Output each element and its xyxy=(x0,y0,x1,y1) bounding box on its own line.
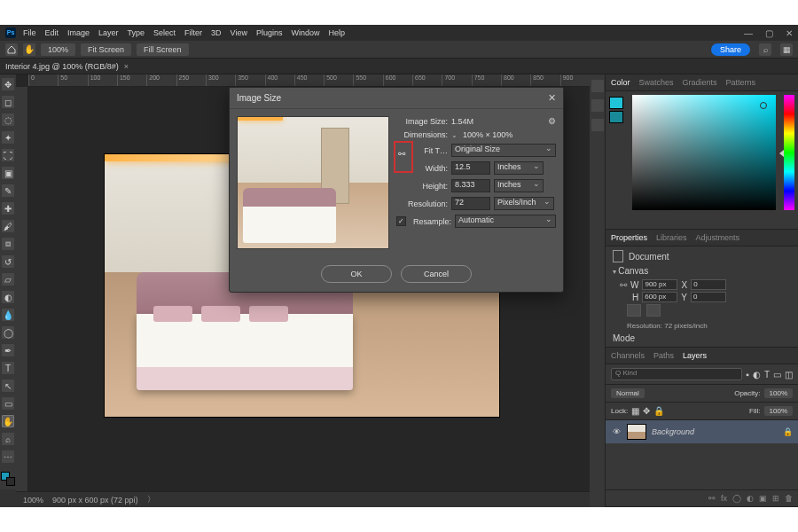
menu-type[interactable]: Type xyxy=(128,28,145,37)
eyedropper-tool-icon[interactable]: ✎ xyxy=(2,184,14,197)
menu-file[interactable]: File xyxy=(23,28,36,37)
resolution-unit-select[interactable]: Pixels/Inch xyxy=(494,197,554,210)
fg-swatch[interactable] xyxy=(609,97,623,109)
fit-screen-button[interactable]: Fit Screen xyxy=(81,43,131,56)
link-icon[interactable]: ⚯ xyxy=(620,280,627,290)
layer-background[interactable]: 👁 Background 🔒 xyxy=(606,420,798,443)
filter-type-icon[interactable]: T xyxy=(764,370,770,379)
brush-tool-icon[interactable]: 🖌 xyxy=(2,220,14,232)
hand-tool-icon[interactable]: ✋ xyxy=(23,43,35,56)
collapsed-panel-icon[interactable] xyxy=(591,119,604,131)
filter-adjust-icon[interactable]: ◐ xyxy=(753,370,761,379)
menu-3d[interactable]: 3D xyxy=(211,28,222,37)
tab-paths[interactable]: Paths xyxy=(653,351,674,360)
adjustment-icon[interactable]: ◐ xyxy=(747,494,754,503)
cancel-button[interactable]: Cancel xyxy=(401,265,472,283)
mask-icon[interactable]: ◯ xyxy=(732,494,741,503)
healing-tool-icon[interactable]: ✚ xyxy=(2,202,14,215)
width-input[interactable]: 900 px xyxy=(642,279,677,290)
stamp-tool-icon[interactable]: ⧈ xyxy=(2,238,14,250)
eraser-tool-icon[interactable]: ▱ xyxy=(2,273,14,286)
new-layer-icon[interactable]: ⊞ xyxy=(772,494,779,503)
zoom-field[interactable]: 100% xyxy=(41,43,75,56)
landscape-button[interactable] xyxy=(646,304,661,317)
tab-patterns[interactable]: Patterns xyxy=(726,78,756,87)
width-field[interactable]: 12.5 xyxy=(451,161,490,175)
canvas-section[interactable]: Canvas xyxy=(613,266,791,276)
share-button[interactable]: Share xyxy=(711,43,750,56)
hand-tool-icon-2[interactable]: ✋ xyxy=(2,415,14,427)
filter-pixel-icon[interactable]: ▪ xyxy=(746,370,749,379)
portrait-button[interactable] xyxy=(627,304,641,317)
resolution-field[interactable]: 72 xyxy=(451,197,490,210)
close-icon[interactable]: ✕ xyxy=(786,28,793,38)
menu-window[interactable]: Window xyxy=(292,28,320,37)
history-brush-tool-icon[interactable]: ↺ xyxy=(2,255,14,268)
ok-button[interactable]: OK xyxy=(321,265,392,283)
hue-slider[interactable] xyxy=(784,95,794,210)
move-tool-icon[interactable]: ✥ xyxy=(2,78,14,90)
visibility-icon[interactable]: 👁 xyxy=(611,427,622,436)
resample-select[interactable]: Automatic xyxy=(455,215,556,228)
tab-adjustments[interactable]: Adjustments xyxy=(696,233,740,242)
dodge-tool-icon[interactable]: ◯ xyxy=(2,326,14,339)
blur-tool-icon[interactable]: 💧 xyxy=(2,309,14,321)
x-input[interactable]: 0 xyxy=(691,279,726,290)
width-unit-select[interactable]: Inches xyxy=(494,161,544,175)
lock-all-icon[interactable]: 🔒 xyxy=(653,406,664,416)
search-icon[interactable]: ⌕ xyxy=(759,43,771,56)
layer-name[interactable]: Background xyxy=(652,427,694,436)
document-tab[interactable]: Interior 4.jpg @ 100% (RGB/8#) xyxy=(5,62,119,71)
dim-menu-icon[interactable]: ⌄ xyxy=(451,131,458,139)
fit-to-select[interactable]: Original Size xyxy=(451,144,556,157)
height-unit-select[interactable]: Inches xyxy=(494,179,544,192)
menu-layer[interactable]: Layer xyxy=(98,28,119,37)
filter-shape-icon[interactable]: ▭ xyxy=(773,370,781,379)
menu-image[interactable]: Image xyxy=(67,28,90,37)
height-input[interactable]: 600 px xyxy=(642,292,677,302)
gradient-tool-icon[interactable]: ◐ xyxy=(2,291,14,303)
tab-libraries[interactable]: Libraries xyxy=(656,233,687,242)
delete-icon[interactable]: 🗑 xyxy=(785,494,793,503)
maximize-icon[interactable]: ▢ xyxy=(765,28,773,38)
constrain-link-icon[interactable]: ⚯ xyxy=(398,149,405,159)
menu-help[interactable]: Help xyxy=(329,28,346,37)
gear-icon[interactable]: ⚙ xyxy=(548,116,556,126)
tab-gradients[interactable]: Gradients xyxy=(683,78,717,87)
blend-mode-select[interactable]: Normal xyxy=(611,388,645,398)
y-input[interactable]: 0 xyxy=(691,292,726,302)
marquee-tool-icon[interactable]: ◻ xyxy=(2,96,14,108)
path-tool-icon[interactable]: ↖ xyxy=(2,379,14,392)
lock-pixels-icon[interactable]: ▦ xyxy=(631,406,639,416)
opacity-input[interactable]: 100% xyxy=(764,388,793,398)
group-icon[interactable]: ▣ xyxy=(759,494,767,503)
workspace-icon[interactable]: ▦ xyxy=(780,43,793,56)
crop-tool-icon[interactable]: ⛶ xyxy=(2,149,14,161)
layer-filter[interactable]: Q Kind xyxy=(611,368,742,380)
color-swatches[interactable] xyxy=(1,472,15,486)
tab-properties[interactable]: Properties xyxy=(611,233,647,242)
menu-edit[interactable]: Edit xyxy=(45,28,59,37)
wand-tool-icon[interactable]: ✦ xyxy=(2,131,14,144)
tab-layers[interactable]: Layers xyxy=(683,351,707,360)
status-zoom[interactable]: 100% xyxy=(23,496,43,505)
collapsed-panel-icon[interactable] xyxy=(591,99,604,112)
color-field[interactable] xyxy=(632,95,776,210)
status-chevron-icon[interactable]: 〉 xyxy=(147,494,155,505)
resample-checkbox[interactable]: ✓ xyxy=(396,216,406,226)
menu-view[interactable]: View xyxy=(231,28,247,37)
zoom-tool-icon[interactable]: ⌕ xyxy=(2,433,14,445)
link-layers-icon[interactable]: ⚯ xyxy=(708,494,716,503)
tab-swatches[interactable]: Swatches xyxy=(639,78,674,87)
tab-color[interactable]: Color xyxy=(611,78,630,87)
frame-tool-icon[interactable]: ▣ xyxy=(2,167,14,179)
bg-swatch[interactable] xyxy=(609,111,623,123)
lock-icon[interactable]: 🔒 xyxy=(783,427,793,436)
pen-tool-icon[interactable]: ✒ xyxy=(2,344,14,356)
tab-close-icon[interactable]: × xyxy=(124,62,129,71)
fx-icon[interactable]: fx xyxy=(721,494,727,503)
fill-input[interactable]: 100% xyxy=(764,406,793,416)
tab-channels[interactable]: Channels xyxy=(611,351,645,360)
lock-position-icon[interactable]: ✥ xyxy=(643,406,650,416)
menu-filter[interactable]: Filter xyxy=(184,28,202,37)
